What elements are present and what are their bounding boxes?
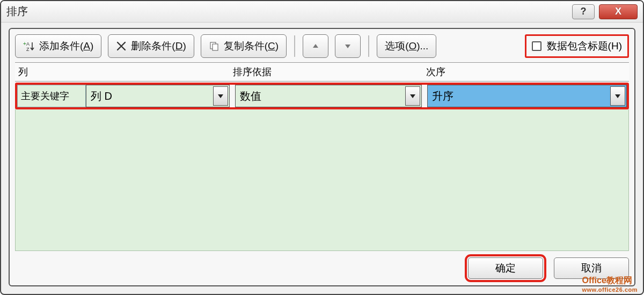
copy-icon	[209, 41, 219, 51]
sort-column-value: 列 D	[91, 89, 112, 104]
svg-rect-4	[213, 44, 218, 50]
sort-on-dropdown[interactable]: 数值	[235, 85, 422, 107]
titlebar: 排序 ? X	[1, 1, 643, 23]
chevron-down-icon	[405, 86, 420, 106]
options-button[interactable]: 选项(O)...	[377, 34, 436, 58]
separator	[368, 35, 369, 57]
data-has-header-checkbox[interactable]: 数据包含标题(H)	[525, 34, 629, 58]
cancel-button[interactable]: 取消	[554, 257, 629, 279]
window-title: 排序	[6, 4, 568, 19]
help-button[interactable]: ?	[572, 4, 595, 19]
criteria-row: 主要关键字 列 D 数值 升序	[17, 85, 627, 107]
criteria-list-body	[15, 109, 629, 251]
dialog-content: + A Z 添加条件(A) 删除条件(D)	[9, 28, 635, 286]
copy-level-button[interactable]: 复制条件(C)	[201, 34, 287, 58]
header-sort-on: 排序依据	[230, 65, 423, 78]
sort-dialog: 排序 ? X + A Z 添加条件(A)	[0, 0, 644, 295]
sort-on-value: 数值	[240, 89, 261, 104]
sort-order-dropdown[interactable]: 升序	[427, 85, 627, 107]
arrow-up-icon	[312, 42, 319, 50]
ok-button[interactable]: 确定	[468, 257, 543, 279]
header-column: 列	[15, 65, 230, 78]
arrow-down-icon	[344, 42, 352, 50]
toolbar: + A Z 添加条件(A) 删除条件(D)	[15, 34, 629, 62]
chevron-down-icon	[610, 86, 625, 106]
close-button[interactable]: X	[599, 4, 638, 19]
add-sort-icon: + A Z	[23, 40, 35, 52]
add-level-button[interactable]: + A Z 添加条件(A)	[15, 34, 101, 58]
move-up-button[interactable]	[303, 34, 328, 58]
separator	[294, 35, 295, 57]
sort-column-dropdown[interactable]: 列 D	[86, 85, 230, 107]
checkbox-icon	[532, 41, 541, 51]
chevron-down-icon	[213, 86, 228, 106]
delete-level-button[interactable]: 删除条件(D)	[108, 34, 194, 58]
sort-order-value: 升序	[432, 89, 453, 104]
criteria-row-highlight: 主要关键字 列 D 数值 升序	[15, 83, 629, 109]
svg-text:A: A	[26, 41, 30, 47]
header-order: 次序	[423, 65, 629, 78]
primary-key-label: 主要关键字	[17, 85, 86, 107]
dialog-button-bar: 确定 取消	[15, 251, 629, 279]
criteria-headers: 列 排序依据 次序	[15, 62, 629, 82]
delete-icon	[116, 41, 127, 51]
move-down-button[interactable]	[335, 34, 361, 58]
svg-text:Z: Z	[26, 47, 30, 52]
